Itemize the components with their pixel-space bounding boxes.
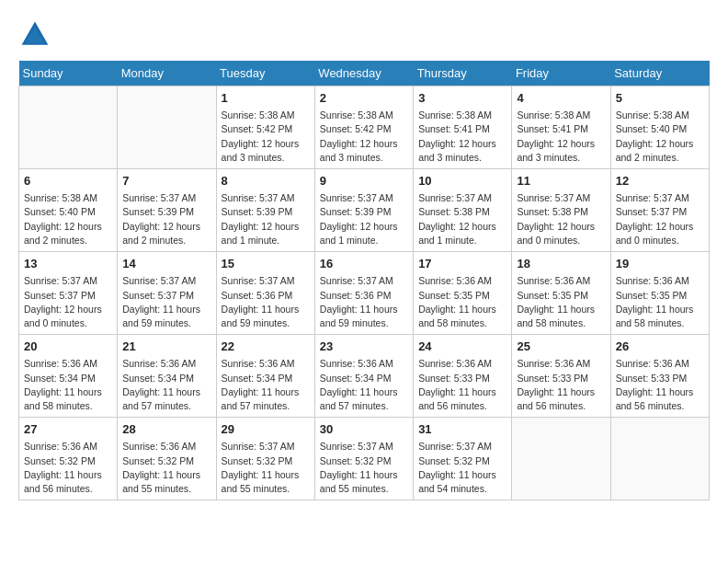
calendar-cell: 4Sunrise: 5:38 AMSunset: 5:41 PMDaylight… — [512, 86, 610, 169]
day-number: 10 — [418, 173, 506, 190]
calendar-cell: 15Sunrise: 5:37 AMSunset: 5:36 PMDayligh… — [216, 252, 314, 335]
logo — [18, 18, 57, 52]
weekday-header-thursday: Thursday — [414, 61, 512, 86]
calendar-cell: 21Sunrise: 5:36 AMSunset: 5:34 PMDayligh… — [118, 335, 216, 418]
calendar-cell: 11Sunrise: 5:37 AMSunset: 5:38 PMDayligh… — [512, 169, 610, 252]
day-number: 9 — [320, 173, 408, 190]
day-number: 11 — [517, 173, 605, 190]
day-info: Sunrise: 5:37 AMSunset: 5:38 PMDaylight:… — [418, 191, 506, 247]
calendar-cell: 19Sunrise: 5:36 AMSunset: 5:35 PMDayligh… — [610, 252, 709, 335]
calendar-cell: 20Sunrise: 5:36 AMSunset: 5:34 PMDayligh… — [19, 335, 118, 418]
calendar-cell: 9Sunrise: 5:37 AMSunset: 5:39 PMDaylight… — [314, 169, 413, 252]
calendar-cell — [610, 418, 709, 500]
calendar-cell: 22Sunrise: 5:36 AMSunset: 5:34 PMDayligh… — [216, 335, 314, 418]
day-number: 17 — [418, 256, 506, 272]
weekday-header-saturday: Saturday — [610, 61, 709, 86]
day-info: Sunrise: 5:38 AMSunset: 5:40 PMDaylight:… — [616, 109, 704, 165]
calendar-cell: 7Sunrise: 5:37 AMSunset: 5:39 PMDaylight… — [118, 169, 216, 252]
day-info: Sunrise: 5:38 AMSunset: 5:41 PMDaylight:… — [517, 109, 605, 165]
day-number: 28 — [122, 421, 210, 438]
day-info: Sunrise: 5:36 AMSunset: 5:34 PMDaylight:… — [122, 357, 210, 413]
day-number: 30 — [320, 421, 408, 438]
calendar-week-row: 1Sunrise: 5:38 AMSunset: 5:42 PMDaylight… — [19, 86, 710, 169]
day-info: Sunrise: 5:36 AMSunset: 5:34 PMDaylight:… — [320, 357, 408, 413]
day-info: Sunrise: 5:37 AMSunset: 5:32 PMDaylight:… — [320, 440, 408, 496]
weekday-header-monday: Monday — [118, 61, 216, 86]
day-number: 6 — [24, 173, 112, 190]
day-number: 4 — [517, 90, 605, 107]
day-number: 27 — [24, 421, 112, 438]
day-number: 12 — [616, 173, 704, 190]
day-number: 23 — [320, 339, 408, 355]
calendar-cell: 28Sunrise: 5:36 AMSunset: 5:32 PMDayligh… — [118, 418, 216, 500]
day-info: Sunrise: 5:37 AMSunset: 5:37 PMDaylight:… — [122, 274, 210, 330]
day-info: Sunrise: 5:36 AMSunset: 5:34 PMDaylight:… — [222, 357, 310, 413]
day-info: Sunrise: 5:37 AMSunset: 5:39 PMDaylight:… — [122, 191, 210, 247]
weekday-header-row: SundayMondayTuesdayWednesdayThursdayFrid… — [19, 61, 710, 86]
day-info: Sunrise: 5:36 AMSunset: 5:33 PMDaylight:… — [517, 357, 605, 413]
weekday-header-wednesday: Wednesday — [314, 61, 413, 86]
calendar-week-row: 27Sunrise: 5:36 AMSunset: 5:32 PMDayligh… — [19, 418, 710, 500]
calendar-cell: 13Sunrise: 5:37 AMSunset: 5:37 PMDayligh… — [19, 252, 118, 335]
day-number: 3 — [418, 90, 506, 107]
weekday-header-sunday: Sunday — [19, 61, 118, 86]
day-info: Sunrise: 5:37 AMSunset: 5:39 PMDaylight:… — [222, 191, 310, 247]
calendar-cell: 12Sunrise: 5:37 AMSunset: 5:37 PMDayligh… — [610, 169, 709, 252]
day-info: Sunrise: 5:36 AMSunset: 5:35 PMDaylight:… — [517, 274, 605, 330]
day-number: 13 — [24, 256, 112, 272]
calendar-cell: 25Sunrise: 5:36 AMSunset: 5:33 PMDayligh… — [512, 335, 610, 418]
day-number: 1 — [222, 90, 310, 107]
calendar-cell: 3Sunrise: 5:38 AMSunset: 5:41 PMDaylight… — [414, 86, 512, 169]
calendar-cell: 30Sunrise: 5:37 AMSunset: 5:32 PMDayligh… — [314, 418, 413, 500]
calendar-cell: 5Sunrise: 5:38 AMSunset: 5:40 PMDaylight… — [610, 86, 709, 169]
day-info: Sunrise: 5:36 AMSunset: 5:32 PMDaylight:… — [24, 440, 112, 496]
day-number: 14 — [122, 256, 210, 272]
day-number: 24 — [418, 339, 506, 355]
calendar-cell: 27Sunrise: 5:36 AMSunset: 5:32 PMDayligh… — [19, 418, 118, 500]
day-number: 15 — [222, 256, 310, 272]
calendar-cell: 29Sunrise: 5:37 AMSunset: 5:32 PMDayligh… — [216, 418, 314, 500]
day-info: Sunrise: 5:37 AMSunset: 5:38 PMDaylight:… — [517, 191, 605, 247]
calendar-cell: 1Sunrise: 5:38 AMSunset: 5:42 PMDaylight… — [216, 86, 314, 169]
calendar-cell: 17Sunrise: 5:36 AMSunset: 5:35 PMDayligh… — [414, 252, 512, 335]
day-info: Sunrise: 5:37 AMSunset: 5:37 PMDaylight:… — [24, 274, 112, 330]
day-info: Sunrise: 5:37 AMSunset: 5:36 PMDaylight:… — [320, 274, 408, 330]
weekday-header-tuesday: Tuesday — [216, 61, 314, 86]
day-number: 20 — [24, 339, 112, 355]
day-number: 31 — [418, 421, 506, 438]
calendar-cell: 24Sunrise: 5:36 AMSunset: 5:33 PMDayligh… — [414, 335, 512, 418]
calendar-cell: 6Sunrise: 5:38 AMSunset: 5:40 PMDaylight… — [19, 169, 118, 252]
day-info: Sunrise: 5:37 AMSunset: 5:39 PMDaylight:… — [320, 191, 408, 247]
day-number: 2 — [320, 90, 408, 107]
calendar-cell — [19, 86, 118, 169]
calendar-cell: 31Sunrise: 5:37 AMSunset: 5:32 PMDayligh… — [414, 418, 512, 500]
day-number: 26 — [616, 339, 704, 355]
calendar-week-row: 13Sunrise: 5:37 AMSunset: 5:37 PMDayligh… — [19, 252, 710, 335]
day-info: Sunrise: 5:38 AMSunset: 5:41 PMDaylight:… — [418, 109, 506, 165]
day-number: 16 — [320, 256, 408, 272]
calendar-cell — [118, 86, 216, 169]
day-number: 5 — [616, 90, 704, 107]
day-number: 22 — [222, 339, 310, 355]
day-info: Sunrise: 5:36 AMSunset: 5:35 PMDaylight:… — [616, 274, 704, 330]
day-info: Sunrise: 5:38 AMSunset: 5:40 PMDaylight:… — [24, 191, 112, 247]
day-number: 19 — [616, 256, 704, 272]
day-number: 8 — [222, 173, 310, 190]
day-number: 25 — [517, 339, 605, 355]
day-number: 18 — [517, 256, 605, 272]
day-info: Sunrise: 5:37 AMSunset: 5:37 PMDaylight:… — [616, 191, 704, 247]
day-info: Sunrise: 5:38 AMSunset: 5:42 PMDaylight:… — [222, 109, 310, 165]
day-info: Sunrise: 5:36 AMSunset: 5:34 PMDaylight:… — [24, 357, 112, 413]
day-info: Sunrise: 5:36 AMSunset: 5:32 PMDaylight:… — [122, 440, 210, 496]
calendar-cell: 10Sunrise: 5:37 AMSunset: 5:38 PMDayligh… — [414, 169, 512, 252]
day-info: Sunrise: 5:38 AMSunset: 5:42 PMDaylight:… — [320, 109, 408, 165]
day-number: 21 — [122, 339, 210, 355]
day-info: Sunrise: 5:36 AMSunset: 5:33 PMDaylight:… — [616, 357, 704, 413]
day-info: Sunrise: 5:36 AMSunset: 5:33 PMDaylight:… — [418, 357, 506, 413]
calendar-cell: 2Sunrise: 5:38 AMSunset: 5:42 PMDaylight… — [314, 86, 413, 169]
calendar-cell: 26Sunrise: 5:36 AMSunset: 5:33 PMDayligh… — [610, 335, 709, 418]
calendar-cell: 23Sunrise: 5:36 AMSunset: 5:34 PMDayligh… — [314, 335, 413, 418]
logo-icon — [18, 18, 51, 52]
calendar-week-row: 20Sunrise: 5:36 AMSunset: 5:34 PMDayligh… — [19, 335, 710, 418]
calendar-week-row: 6Sunrise: 5:38 AMSunset: 5:40 PMDaylight… — [19, 169, 710, 252]
